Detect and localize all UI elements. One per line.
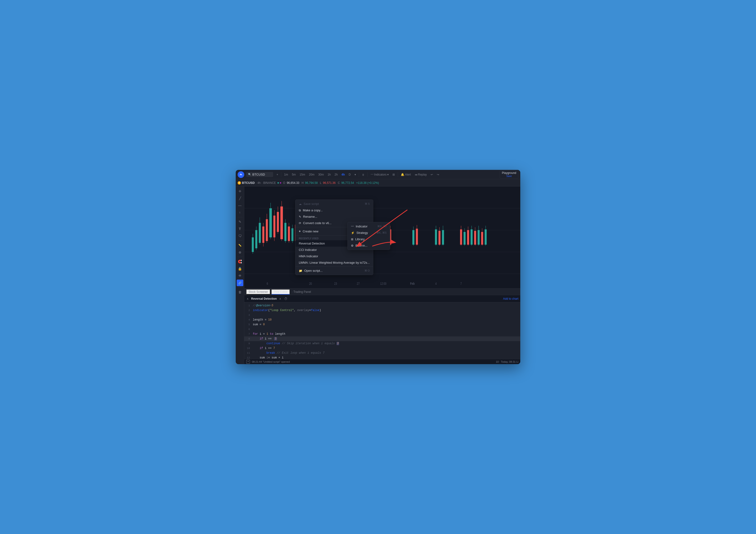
zoom-button[interactable]: ⊕ [237,249,243,256]
tab-stock-screener[interactable]: Stock Screener [246,289,270,294]
change-value: +118.38 (+0.12%) [356,181,379,185]
line-content-7: for i = 1 to length [253,332,285,336]
symbol-logo: ₿ [238,181,241,185]
delete-button[interactable]: 🗑 [237,289,243,295]
cm-hma-indicator[interactable]: HMA Indicator [295,253,373,259]
pine-editor-label: Pine Editor [274,290,288,293]
line-num-11: 11 [244,351,253,355]
playground-label: Playground [502,171,516,175]
open-script-icon: 📁 [299,269,302,272]
tf-2h-button[interactable]: 2h [333,172,339,177]
purple-dot [280,182,281,184]
tf-30m-button[interactable]: 30m [317,172,325,177]
redo-button[interactable]: ↪ [435,172,441,177]
separator-3 [367,172,368,177]
tf-15m-button[interactable]: 15m [298,172,306,177]
sm-built-in[interactable]: ⚙ Built-in... [348,242,390,249]
undo-icon: ↩ [431,173,433,176]
sm-library[interactable]: ⊞ Library [348,236,390,242]
topbar: 🔍 BTCUSD + 1m 5m 15m 20m 30m 1h 2h 4h D … [236,170,520,179]
open-label: O [283,181,285,185]
indicator-icon: 〰 [351,225,354,228]
code-line-11: 11 break // Exit loop when i equals 7 [244,351,520,355]
save-script-shortcut: ⌘ S [365,202,370,205]
ruler-tool-button[interactable]: 📏 [237,242,243,248]
status-right-text: 10 · Today, 08:31 Li [496,360,518,363]
logo[interactable] [238,171,244,178]
code-line-2: 2 indicator("Loop Control", overlay=fals… [244,308,520,313]
line-tool-button[interactable]: ╱ [237,195,243,202]
library-label: Library [355,237,365,241]
text-tool-button[interactable]: T [237,225,243,232]
lock-button[interactable]: 🔒 [237,265,243,272]
line-content-10: if i == 7 [253,346,275,350]
eye-toggle-button[interactable]: 👁 [237,272,243,279]
strategy-icon: ⚡ [351,231,355,235]
code-editor[interactable]: 1 //@version=5 2 indicator("Loop Control… [244,302,520,359]
tf-d-button[interactable]: D [347,172,352,177]
svg-text:Feb: Feb [410,281,415,286]
symbol-input[interactable]: BTCUSD [252,173,271,176]
tf-dropdown-button[interactable]: ▾ [353,172,357,177]
tf-20m-button[interactable]: 20m [308,172,316,177]
strategy-shortcut: ⌘K, ⌘S [376,231,387,234]
alert-button[interactable]: 🔔 Alert [399,172,412,177]
crosshair-tool-button[interactable]: ✛ [237,188,243,194]
replay-label: Replay [418,173,427,176]
low-value: 96,571.36 [323,181,336,185]
cm-rename[interactable]: ✎ Rename... [295,214,373,220]
tf-1m-button[interactable]: 1m [283,172,289,177]
tf-1h-button[interactable]: 1h [326,172,332,177]
playground-save-button[interactable]: Playground Save [500,170,518,178]
bar-type-button[interactable]: ⫼ [361,172,366,177]
save-label: Save [506,175,512,177]
cm-save-script[interactable]: ☁ Save script ⌘ S [295,201,373,207]
line-content-1: //@version=5 [253,303,273,308]
symbol-search[interactable]: 🔍 BTCUSD [246,172,273,177]
trading-panel-label: · Trading Panel [292,290,311,293]
fib-tool-button[interactable]: ⌇ [237,209,243,216]
tab-pine-editor[interactable]: Pine Editor [271,289,290,294]
main-window: 🔍 BTCUSD + 1m 5m 15m 20m 30m 1h 2h 4h D … [236,170,520,364]
library-icon: ⊞ [351,238,353,241]
sm-indicator[interactable]: 〰 Indicator ⌘K, ⌘I [348,223,390,230]
horizontal-line-tool-button[interactable]: ― [237,202,243,209]
code-line-6: 6 [244,327,520,332]
pine-controls: Add to chart [503,297,518,300]
line-num-8: 8 [244,337,253,341]
symbol-exchange-sep: · [261,181,262,185]
expand-button[interactable]: ∧ [279,297,282,301]
convert-icon: ⟳ [299,221,301,225]
cm-open-script[interactable]: 📁 Open script... ⌘ O [295,267,373,274]
tf-5m-button[interactable]: 5m [290,172,297,177]
cm-lwma[interactable]: LWMA: Linear Weighted Moving Average by … [295,259,373,266]
add-symbol-button[interactable]: + [275,172,280,177]
svg-text:23: 23 [334,281,337,286]
pine-header: ∧ Reversal Detection ∧ ⏱ Add to chart [244,295,520,302]
hma-indicator-label: HMA Indicator [299,254,318,258]
add-to-chart-button[interactable]: Add to chart [503,297,518,300]
link-button[interactable]: 🔗 [237,280,243,286]
history-button[interactable]: ⏱ [284,296,288,301]
replay-button[interactable]: ⏮ Replay [413,172,428,177]
svg-text:20: 20 [309,281,312,286]
indicators-label: Indicators [374,173,387,176]
magnet-button[interactable]: 🧲 [237,258,243,265]
content-area: 96,772.54 SELL 0.00 96,772.54 Bi... [244,187,520,364]
code-line-8: 8 if i == 3 [244,336,520,341]
layout-button[interactable]: ⊞ [391,172,396,177]
symbol-exchange: BINANCE [263,181,276,185]
callout-tool-button[interactable]: 🗨 [237,233,243,239]
tf-4h-button[interactable]: 4h [340,172,346,177]
convert-label: Convert code to v6... [303,221,332,225]
pen-tool-button[interactable]: ✎ [237,218,243,225]
cm-make-copy[interactable]: ⧉ Make a copy... [295,207,373,214]
stock-screener-label: Stock Screener [249,290,268,293]
indicators-button[interactable]: 〰 Indicators ▾ [369,172,390,177]
pine-title-text: Reversal Detection [251,297,277,300]
symbol-name[interactable]: BTCUSD [242,181,255,185]
sm-strategy[interactable]: ⚡ Strategy ⌘K, ⌘S [348,230,390,236]
close-label: C [338,181,340,185]
collapse-button[interactable]: ∧ [246,297,249,301]
undo-button[interactable]: ↩ [429,172,434,177]
